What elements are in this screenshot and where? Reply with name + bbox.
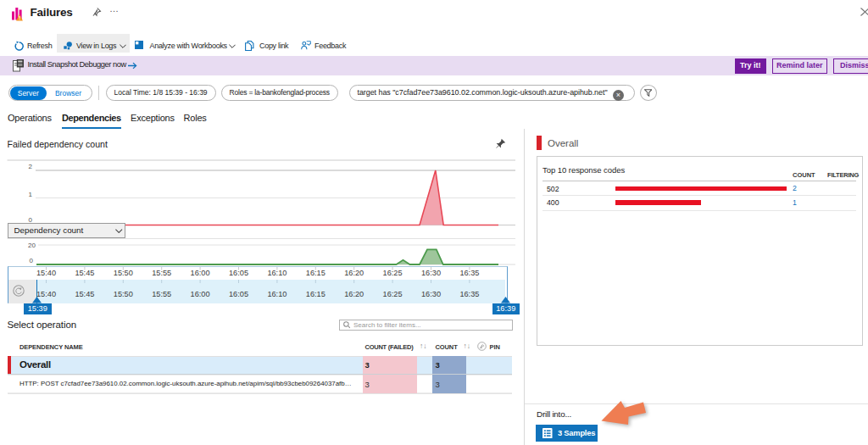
svg-text:16:20: 16:20: [344, 289, 364, 298]
svg-text:15:50: 15:50: [114, 268, 133, 276]
svg-text:16:10: 16:10: [267, 289, 287, 298]
svg-text:0: 0: [30, 257, 34, 264]
svg-text:15:50: 15:50: [114, 289, 133, 298]
svg-text:16:35: 16:35: [459, 268, 479, 276]
svg-text:16:20: 16:20: [344, 268, 364, 276]
svg-text:16:15: 16:15: [306, 268, 326, 276]
svg-text:16:00: 16:00: [191, 289, 210, 298]
svg-text:16:25: 16:25: [383, 289, 403, 298]
svg-text:2: 2: [29, 163, 33, 170]
svg-text:16:30: 16:30: [421, 268, 441, 276]
svg-text:15:55: 15:55: [152, 268, 171, 276]
svg-text:16:05: 16:05: [229, 289, 248, 298]
svg-text:15:55: 15:55: [152, 289, 171, 298]
svg-text:16:10: 16:10: [267, 268, 287, 276]
svg-text:16:15: 16:15: [306, 289, 326, 298]
svg-text:16:30: 16:30: [421, 289, 441, 298]
svg-text:16:00: 16:00: [191, 268, 210, 276]
svg-text:16:35: 16:35: [459, 289, 479, 298]
svg-text:16:25: 16:25: [383, 268, 403, 276]
svg-text:1: 1: [29, 191, 33, 198]
svg-text:16:05: 16:05: [229, 268, 248, 276]
svg-text:15:45: 15:45: [75, 268, 94, 276]
svg-text:20: 20: [28, 242, 36, 249]
svg-text:15:40: 15:40: [36, 268, 56, 276]
svg-text:15:45: 15:45: [75, 289, 94, 298]
